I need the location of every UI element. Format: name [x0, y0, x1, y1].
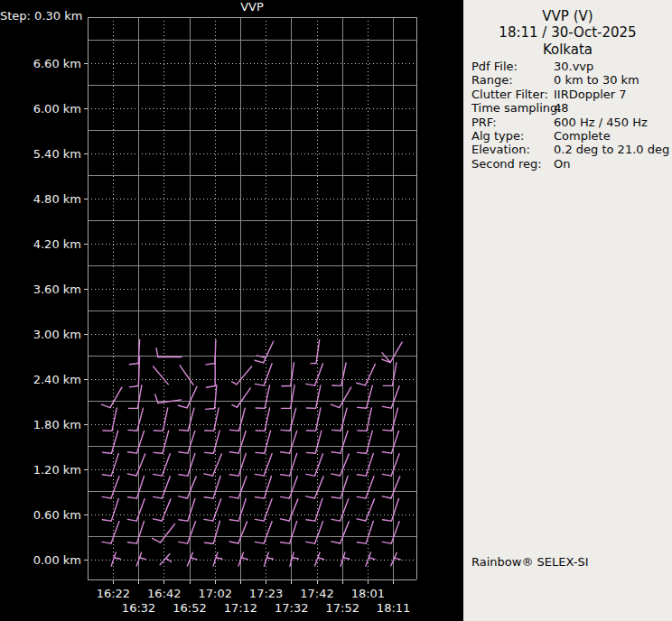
x-axis-label: 18:11 [377, 601, 410, 615]
y-axis-label: 6.60 km [0, 57, 81, 71]
info-label: Time sampling: [471, 101, 562, 115]
y-axis-label: 3.00 km [0, 328, 81, 342]
info-label: Range: [471, 73, 513, 87]
info-label: Clutter Filter: [471, 88, 548, 101]
info-row: PRF:600 Hz / 450 Hz [463, 116, 672, 129]
y-axis-label: 6.00 km [0, 102, 81, 116]
x-axis-label: 17:02 [198, 587, 231, 600]
x-axis-label: 18:01 [351, 587, 385, 600]
x-axis-label: 17:42 [300, 587, 333, 600]
info-row: Elevation:0.2 deg to 21.0 deg [463, 143, 672, 156]
x-axis-label: 17:12 [224, 601, 257, 615]
brand-label: Rainbow® SELEX-SI [471, 555, 589, 569]
info-value: 48 [554, 101, 569, 115]
info-value: On [554, 157, 570, 171]
wind-barbs [102, 340, 403, 567]
panel-datetime: 18:11 / 30-Oct-2025 [463, 24, 672, 41]
info-label: Second reg: [471, 157, 542, 171]
info-row: Alg type:Complete [463, 129, 672, 143]
info-row: Pdf File:30.vvp [463, 60, 672, 73]
y-axis-label: 1.80 km [0, 418, 81, 432]
x-axis-label: 16:52 [173, 601, 206, 615]
info-value: 600 Hz / 450 Hz [554, 116, 648, 129]
x-axis-label: 17:32 [275, 601, 308, 615]
x-axis-label: 16:32 [122, 601, 155, 615]
info-label: Alg type: [471, 129, 524, 143]
info-panel: VVP (V) 18:11 / 30-Oct-2025 Kolkata Pdf … [463, 0, 672, 621]
info-value: IIRDoppler 7 [554, 88, 627, 101]
info-row: Second reg:On [463, 157, 672, 171]
x-axis-label: 17:23 [249, 587, 283, 600]
y-axis-label: 4.20 km [0, 237, 81, 252]
info-value: 30.vvp [554, 60, 593, 73]
y-axis-label: 0.00 km [0, 553, 81, 568]
y-axis-label: 0.60 km [0, 508, 81, 523]
y-axis-label: 5.40 km [0, 147, 81, 162]
y-axis-label: 2.40 km [0, 373, 81, 387]
x-axis-label: 16:42 [147, 587, 181, 600]
plot-svg [81, 17, 421, 591]
info-list: Pdf File:30.vvpRange:0 km to 30 kmClutte… [463, 60, 672, 171]
info-label: PRF: [471, 116, 497, 129]
chart-title: VVP [88, 0, 416, 14]
y-axis-label: 4.80 km [0, 192, 81, 207]
step-label: Step: 0.30 km [0, 9, 81, 23]
info-label: Pdf File: [471, 60, 518, 73]
info-label: Elevation: [471, 143, 530, 156]
info-row: Clutter Filter:IIRDoppler 7 [463, 88, 672, 101]
x-axis-label: 17:52 [325, 601, 359, 615]
info-row: Time sampling:48 [463, 101, 672, 115]
info-row: Range:0 km to 30 km [463, 73, 672, 87]
vvp-chart-area: VVP Step: 0.30 km 6.60 km6.00 km5.40 km4… [0, 0, 463, 621]
info-value: 0 km to 30 km [554, 73, 639, 87]
y-axis-label: 1.20 km [0, 463, 81, 477]
vvp-plot [81, 17, 421, 591]
panel-site: Kolkata [463, 42, 672, 58]
y-axis-label: 3.60 km [0, 283, 81, 297]
info-value: Complete [554, 129, 611, 143]
x-axis-label: 16:22 [97, 587, 130, 600]
info-value: 0.2 deg to 21.0 deg [554, 143, 669, 156]
panel-title: VVP (V) [463, 8, 672, 24]
